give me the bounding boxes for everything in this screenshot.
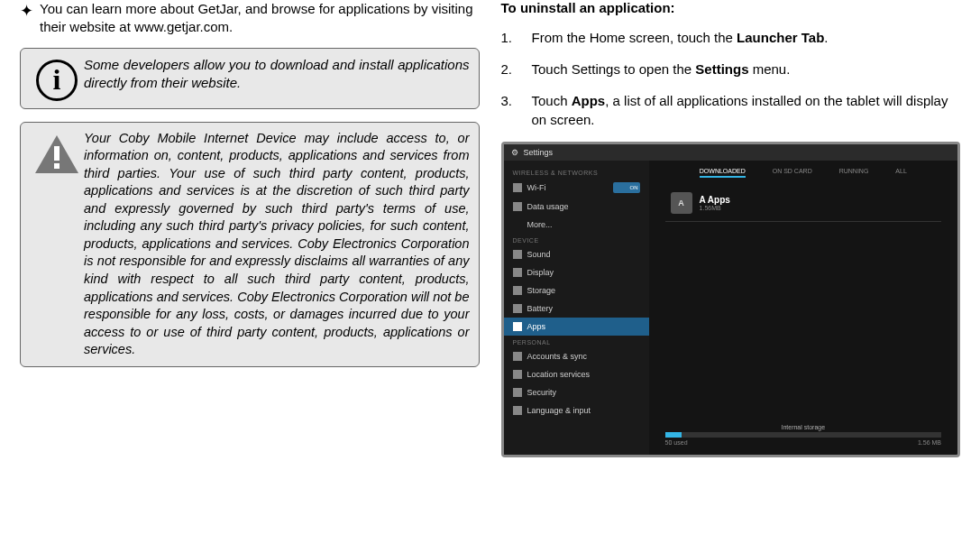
info-callout-text: Some developers allow you to download an…	[84, 56, 470, 93]
apps-icon	[513, 322, 522, 331]
step-2: Touch Settings to open the Settings menu…	[532, 60, 961, 78]
wifi-icon	[513, 183, 522, 192]
sidebar-item-apps[interactable]: Apps	[504, 318, 649, 336]
sidebar-item-wifi[interactable]: Wi-Fi ON	[504, 178, 649, 198]
sidebar-item-display[interactable]: Display	[504, 263, 649, 281]
sidebar-item-more[interactable]: More...	[504, 216, 649, 234]
tab-all[interactable]: ALL	[895, 168, 906, 178]
sidebar-hdr-wireless: WIRELESS & NETWORKS	[504, 166, 649, 178]
sidebar-item-sound[interactable]: Sound	[504, 245, 649, 263]
app-size: 1.56MB	[700, 205, 730, 211]
step-3: Touch Apps, a list of all applications i…	[532, 91, 961, 129]
uninstall-title: To uninstall an application:	[501, 0, 961, 15]
uninstall-steps: From the Home screen, touch the Launcher…	[501, 28, 961, 129]
shot-sidebar: WIRELESS & NETWORKS Wi-Fi ON Data usage …	[504, 161, 649, 455]
star-bullet-icon: ✦	[20, 0, 40, 22]
storage-total: 1.56 MB	[918, 439, 941, 446]
svg-rect-1	[54, 146, 60, 161]
getjar-text: You can learn more about GetJar, and bro…	[40, 0, 480, 37]
storage-used: 50 used	[665, 439, 688, 446]
shot-tabs: DOWNLOADED ON SD CARD RUNNING ALL	[665, 168, 941, 178]
sidebar-item-language[interactable]: Language & input	[504, 401, 649, 420]
wifi-toggle[interactable]: ON	[613, 182, 640, 193]
display-icon	[513, 268, 522, 277]
shot-titlebar: ⚙ Settings	[504, 144, 958, 161]
security-icon	[513, 388, 522, 397]
app-name: A Apps	[700, 195, 730, 205]
warning-callout-text: Your Coby Mobile Internet Device may inc…	[84, 130, 470, 359]
sidebar-item-storage[interactable]: Storage	[504, 281, 649, 300]
storage-indicator: Internal storage 50 used 1.56 MB	[665, 424, 941, 446]
shot-title: Settings	[524, 148, 554, 157]
sidebar-item-security[interactable]: Security	[504, 383, 649, 401]
storage-icon	[513, 286, 522, 295]
tab-downloaded[interactable]: DOWNLOADED	[700, 168, 746, 178]
sound-icon	[513, 250, 522, 259]
sidebar-item-battery[interactable]: Battery	[504, 300, 649, 318]
settings-screenshot: ⚙ Settings WIRELESS & NETWORKS Wi-Fi ON …	[501, 142, 961, 457]
battery-icon	[513, 304, 522, 313]
warning-callout: Your Coby Mobile Internet Device may inc…	[20, 122, 480, 367]
tab-sdcard[interactable]: ON SD CARD	[773, 168, 812, 178]
step-1: From the Home screen, touch the Launcher…	[532, 28, 961, 47]
info-icon: i	[36, 60, 78, 101]
storage-label: Internal storage	[665, 424, 941, 430]
sidebar-item-location[interactable]: Location services	[504, 365, 649, 383]
app-icon: A	[671, 192, 692, 214]
language-icon	[513, 406, 522, 415]
data-icon	[513, 202, 522, 211]
svg-rect-2	[54, 163, 60, 169]
sidebar-hdr-device: DEVICE	[504, 234, 649, 245]
sidebar-hdr-personal: PERSONAL	[504, 336, 649, 347]
tab-running[interactable]: RUNNING	[839, 168, 869, 178]
sidebar-item-data-usage[interactable]: Data usage	[504, 198, 649, 216]
warning-icon	[33, 134, 80, 178]
info-callout: i Some developers allow you to download …	[20, 48, 480, 109]
app-list-item[interactable]: A A Apps 1.56MB	[665, 185, 941, 222]
location-icon	[513, 370, 522, 379]
sidebar-item-accounts[interactable]: Accounts & sync	[504, 347, 649, 365]
accounts-icon	[513, 352, 522, 361]
settings-gear-icon: ⚙	[511, 148, 518, 157]
